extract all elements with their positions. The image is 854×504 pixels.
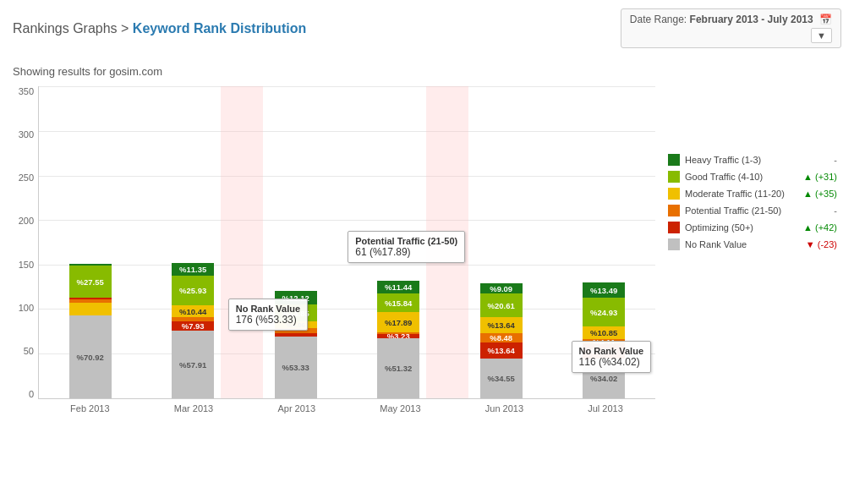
bar-mar: %57.91 %7.93 %10.44 %25.93 %11.35 <box>172 263 214 398</box>
legend-item-optimizing: Optimizing (50+) ▲ (+42) <box>668 222 837 233</box>
legend-color-norank <box>668 238 680 250</box>
bar-apr-moderate: %6.06 <box>275 321 317 328</box>
bar-apr: %53.33 %6.06 %14.85 %12.12 <box>275 291 317 398</box>
bar-may-norank: %51.32 <box>377 338 419 398</box>
bar-mar-heavy: %11.35 <box>172 263 214 276</box>
subtitle: Showing results for gosim.com <box>0 52 854 82</box>
page-header: Rankings Graphs > Keyword Rank Distribut… <box>0 0 854 52</box>
x-label-jul: Jul 2013 <box>588 403 623 414</box>
legend-label-moderate: Moderate Traffic (11-20) <box>685 189 798 199</box>
legend-delta-optimizing: ▲ (+42) <box>803 222 837 233</box>
x-label-jun: Jun 2013 <box>485 403 523 414</box>
bar-may-good: %15.84 <box>377 293 419 312</box>
y-label-150: 150 <box>8 260 38 270</box>
legend-item-heavy: Heavy Traffic (1-3) - <box>668 154 837 166</box>
bar-jun-heavy: %9.09 <box>480 283 523 293</box>
hover-apr <box>221 86 263 398</box>
bar-feb-moderate <box>69 303 112 315</box>
bar-jun-norank: %34.55 <box>480 359 523 398</box>
bar-may-optimizing: %3.23 <box>377 334 419 338</box>
bar-jul-norank: %34.02 <box>583 359 625 398</box>
bar-mar-optimizing: %7.93 <box>172 321 214 331</box>
y-label-100: 100 <box>8 303 38 313</box>
breadcrumb: Rankings Graphs > Keyword Rank Distribut… <box>13 21 306 36</box>
legend-item-norank: No Rank Value ▼ (-23) <box>668 238 837 250</box>
legend-delta-heavy: - <box>834 155 837 165</box>
bar-mar-good: %25.93 <box>172 276 214 305</box>
bar-apr-norank: %53.33 <box>275 337 317 398</box>
bar-jul-moderate: %10.85 <box>583 326 625 339</box>
x-label-may: May 2013 <box>380 403 420 414</box>
bar-feb-good: %27.55 <box>69 266 112 298</box>
legend-item-moderate: Moderate Traffic (11-20) ▲ (+35) <box>668 188 837 200</box>
legend-delta-good: ▲ (+31) <box>803 172 837 182</box>
chart-container: 0 50 100 150 200 250 300 350 <box>8 86 660 450</box>
legend: Heavy Traffic (1-3) - Good Traffic (4-10… <box>660 86 846 450</box>
legend-label-heavy: Heavy Traffic (1-3) <box>685 155 829 165</box>
bar-jun-good: %20.61 <box>480 293 523 317</box>
y-label-0: 0 <box>8 389 38 399</box>
date-range-label: Date Range: February 2013 - July 2013 📅 <box>630 14 832 25</box>
bar-apr-heavy: %12.12 <box>275 291 317 304</box>
x-label-apr: Apr 2013 <box>277 403 315 414</box>
y-label-350: 350 <box>8 86 38 96</box>
bar-apr-good: %14.85 <box>275 304 317 321</box>
bar-jul-good: %24.93 <box>583 298 625 326</box>
calendar-icon: 📅 <box>819 14 832 25</box>
bar-jun-optimizing: %13.64 <box>480 342 523 359</box>
legend-color-moderate <box>668 188 680 200</box>
y-label-250: 250 <box>8 173 38 183</box>
y-label-50: 50 <box>8 346 38 356</box>
legend-delta-potential: - <box>834 205 837 216</box>
bar-jun: %34.55 %13.64 %8.48 %13.64 %20.61 %9.09 <box>480 283 523 398</box>
bar-jun-moderate: %13.64 <box>480 317 523 333</box>
legend-label-potential: Potential Traffic (21-50) <box>685 205 829 216</box>
page-title: Keyword Rank Distribution <box>133 21 306 36</box>
bar-feb-heavy <box>69 264 112 266</box>
bar-may: %51.32 %3.23 %17.89 %15.84 %11.44 <box>377 281 419 398</box>
legend-color-good <box>668 171 680 183</box>
date-range-dropdown[interactable]: ▼ <box>811 28 832 43</box>
legend-label-optimizing: Optimizing (50+) <box>685 222 798 233</box>
legend-item-good: Good Traffic (4-10) ▲ (+31) <box>668 171 837 183</box>
bar-feb-norank: %70.92 <box>69 315 112 398</box>
bar-jun-potential: %8.48 <box>480 333 523 342</box>
hover-jun <box>426 86 468 398</box>
bar-may-moderate: %17.89 <box>377 312 419 332</box>
legend-color-potential <box>668 205 680 216</box>
bar-feb-potential <box>69 299 112 303</box>
date-range-control[interactable]: Date Range: February 2013 - July 2013 📅 … <box>621 8 841 48</box>
bar-mar-moderate: %10.44 <box>172 305 214 317</box>
bar-jul-potential: %4.11 <box>583 339 625 344</box>
legend-color-heavy <box>668 154 680 166</box>
breadcrumb-prefix: Rankings Graphs > <box>13 21 133 36</box>
bar-mar-potential <box>172 317 214 321</box>
legend-item-potential: Potential Traffic (21-50) - <box>668 205 837 216</box>
bar-jul: %34.02 %12.61 %4.11 %10.85 %24.93 %13.49 <box>583 282 625 398</box>
legend-delta-moderate: ▲ (+35) <box>803 189 837 199</box>
bar-feb: %70.92 %27.55 <box>69 264 112 398</box>
date-range-value: February 2013 - July 2013 <box>690 14 813 25</box>
x-axis: Feb 2013 Mar 2013 Apr 2013 May 2013 Jun … <box>38 403 655 414</box>
bar-jul-heavy: %13.49 <box>583 282 625 298</box>
bar-feb-optimizing <box>69 298 112 299</box>
chart-inner: %70.92 %27.55 %57.91 %7.93 %10.44 %25.93… <box>38 86 655 399</box>
x-label-mar: Mar 2013 <box>174 403 213 414</box>
chart-area: 0 50 100 150 200 250 300 350 <box>0 82 854 454</box>
y-label-300: 300 <box>8 129 38 140</box>
bar-jul-optimizing: %12.61 <box>583 344 625 359</box>
bar-apr-optimizing <box>275 333 317 337</box>
bar-mar-norank: %57.91 <box>172 331 214 398</box>
bar-may-potential <box>377 332 419 334</box>
x-label-feb: Feb 2013 <box>70 403 109 414</box>
bar-may-heavy: %11.44 <box>377 281 419 293</box>
legend-delta-norank: ▼ (-23) <box>806 239 837 249</box>
y-label-200: 200 <box>8 216 38 226</box>
legend-color-optimizing <box>668 222 680 233</box>
legend-label-norank: No Rank Value <box>685 239 801 249</box>
legend-label-good: Good Traffic (4-10) <box>685 172 798 182</box>
bar-apr-potential <box>275 328 317 333</box>
